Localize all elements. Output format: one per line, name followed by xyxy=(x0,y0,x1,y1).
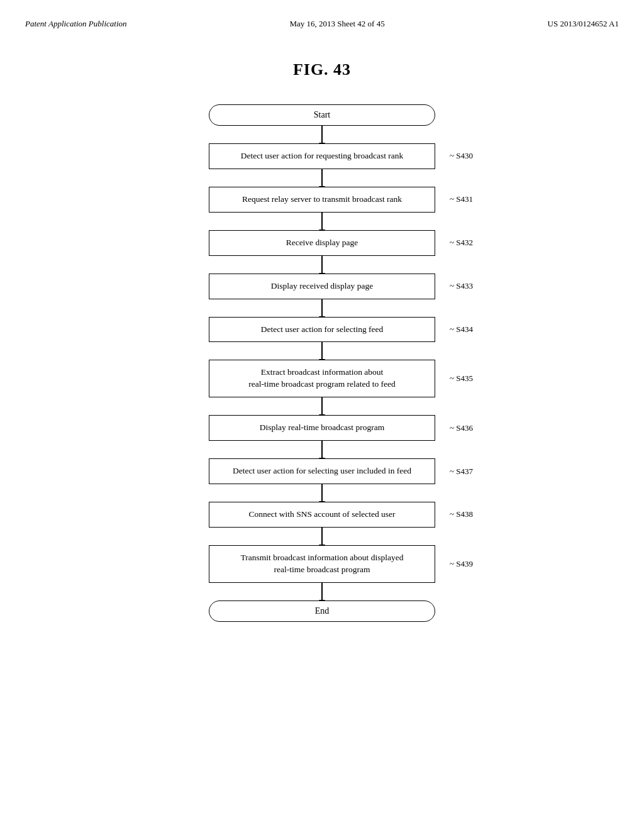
step-label-s436: ~ S436 xyxy=(450,423,473,433)
arrow-11 xyxy=(321,583,323,600)
arrow-6 xyxy=(321,342,323,360)
header-right: US 2013/0124652 A1 xyxy=(548,19,619,29)
flow-node-s432: Receive display page~ S432 xyxy=(63,230,581,256)
arrow-3 xyxy=(321,213,323,230)
node-box-s439: Transmit broadcast information about dis… xyxy=(209,545,435,583)
header-left: Patent Application Publication xyxy=(25,19,127,29)
node-box-s431: Request relay server to transmit broadca… xyxy=(209,187,435,213)
flow-node-s439: Transmit broadcast information about dis… xyxy=(63,545,581,583)
node-box-s433: Display received display page xyxy=(209,274,435,299)
flow-node-s434: Detect user action for selecting feed~ S… xyxy=(63,317,581,343)
node-box-start: Start xyxy=(209,104,435,126)
arrow-5 xyxy=(321,299,323,317)
flow-node-s437: Detect user action for selecting user in… xyxy=(63,458,581,484)
step-label-s438: ~ S438 xyxy=(450,509,473,519)
node-box-s436: Display real-time broadcast program xyxy=(209,415,435,441)
header: Patent Application Publication May 16, 2… xyxy=(25,13,619,42)
node-box-s434: Detect user action for selecting feed xyxy=(209,317,435,343)
step-label-s437: ~ S437 xyxy=(450,467,473,477)
step-label-s433: ~ S433 xyxy=(450,281,473,291)
node-box-s438: Connect with SNS account of selected use… xyxy=(209,502,435,528)
page: Patent Application Publication May 16, 2… xyxy=(0,0,644,830)
arrow-7 xyxy=(321,397,323,415)
flow-node-s431: Request relay server to transmit broadca… xyxy=(63,187,581,213)
flowchart: StartDetect user action for requesting b… xyxy=(25,104,619,622)
arrow-8 xyxy=(321,441,323,458)
step-label-s434: ~ S434 xyxy=(450,324,473,335)
flow-node-end: End xyxy=(63,600,581,622)
step-label-s430: ~ S430 xyxy=(450,151,473,161)
flow-node-s433: Display received display page~ S433 xyxy=(63,274,581,299)
node-box-s435: Extract broadcast information about real… xyxy=(209,360,435,397)
step-label-s435: ~ S435 xyxy=(450,374,473,384)
node-box-s437: Detect user action for selecting user in… xyxy=(209,458,435,484)
flow-node-s438: Connect with SNS account of selected use… xyxy=(63,502,581,528)
arrow-4 xyxy=(321,256,323,274)
arrow-9 xyxy=(321,484,323,502)
node-box-s432: Receive display page xyxy=(209,230,435,256)
arrow-2 xyxy=(321,169,323,187)
step-label-s432: ~ S432 xyxy=(450,238,473,248)
step-label-s431: ~ S431 xyxy=(450,194,473,204)
node-box-s430: Detect user action for requesting broadc… xyxy=(209,143,435,169)
arrow-10 xyxy=(321,528,323,545)
node-box-end: End xyxy=(209,600,435,622)
fig-title: FIG. 43 xyxy=(25,60,619,79)
flow-node-start: Start xyxy=(63,104,581,126)
flow-node-s435: Extract broadcast information about real… xyxy=(63,360,581,397)
header-center: May 16, 2013 Sheet 42 of 45 xyxy=(289,19,384,29)
step-label-s439: ~ S439 xyxy=(450,559,473,569)
flow-node-s430: Detect user action for requesting broadc… xyxy=(63,143,581,169)
arrow-1 xyxy=(321,126,323,143)
flow-node-s436: Display real-time broadcast program~ S43… xyxy=(63,415,581,441)
